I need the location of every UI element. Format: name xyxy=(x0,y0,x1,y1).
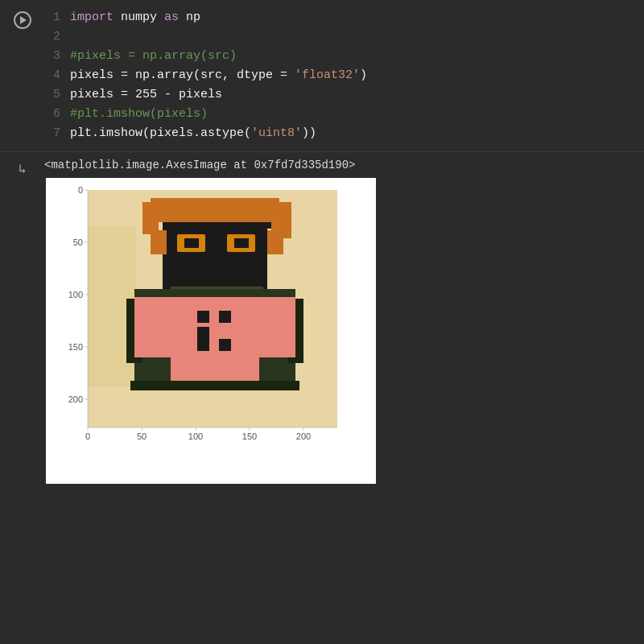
output-text: <matplotlib.image.AxesImage at 0x7fd7d33… xyxy=(44,159,636,171)
play-icon xyxy=(20,16,27,24)
output-content: <matplotlib.image.AxesImage at 0x7fd7d33… xyxy=(44,159,644,484)
code-line-1: 1 import numpy as np xyxy=(44,8,636,27)
svg-rect-9 xyxy=(267,230,283,254)
line-number: 3 xyxy=(44,47,60,66)
svg-rect-21 xyxy=(197,327,209,351)
code-line-3: 3 #pixels = np.array(src) xyxy=(44,47,636,66)
code-line-7: 7 plt.imshow(pixels.astype('uint8')) xyxy=(44,124,636,143)
svg-rect-12 xyxy=(184,238,199,248)
svg-text:200: 200 xyxy=(68,394,83,404)
svg-rect-25 xyxy=(130,381,299,390)
line-number: 6 xyxy=(44,105,60,124)
cell-row: 1 import numpy as np 2 3 #pixels = np.ar… xyxy=(0,8,644,143)
line-code: #pixels = np.array(src) xyxy=(70,47,237,66)
line-code: pixels = 255 - pixels xyxy=(70,85,222,105)
code-line-4: 4 pixels = np.array(src, dtype = 'float3… xyxy=(44,66,636,85)
plot-svg: 0 50 100 150 200 0 50 100 150 200 xyxy=(46,178,376,484)
line-code: pixels = np.array(src, dtype = 'float32'… xyxy=(70,66,367,85)
line-code xyxy=(70,27,77,47)
output-cell: ↳ <matplotlib.image.AxesImage at 0x7fd7d… xyxy=(0,152,644,490)
svg-text:0: 0 xyxy=(78,185,83,195)
svg-rect-19 xyxy=(197,311,209,323)
svg-text:150: 150 xyxy=(242,431,257,441)
output-row: ↳ <matplotlib.image.AxesImage at 0x7fd7d… xyxy=(0,159,644,484)
svg-text:50: 50 xyxy=(73,237,83,247)
svg-rect-8 xyxy=(151,230,167,254)
run-button[interactable] xyxy=(14,11,31,29)
code-line-2: 2 xyxy=(44,27,636,47)
svg-text:100: 100 xyxy=(188,431,203,441)
line-number: 1 xyxy=(44,8,60,27)
svg-rect-20 xyxy=(219,311,231,323)
svg-rect-4 xyxy=(151,198,279,222)
run-button-area xyxy=(0,8,44,29)
output-icon: ↳ xyxy=(19,161,27,177)
code-cell: 1 import numpy as np 2 3 #pixels = np.ar… xyxy=(0,0,644,152)
svg-text:0: 0 xyxy=(85,431,90,441)
svg-rect-7 xyxy=(163,222,267,291)
line-number: 2 xyxy=(44,27,60,47)
line-number: 4 xyxy=(44,66,60,85)
svg-text:200: 200 xyxy=(296,431,311,441)
svg-rect-24 xyxy=(259,297,295,357)
plot-container: 0 50 100 150 200 0 50 100 150 200 xyxy=(46,178,376,484)
code-content: 1 import numpy as np 2 3 #pixels = np.ar… xyxy=(44,8,644,143)
svg-text:100: 100 xyxy=(68,290,83,299)
svg-text:50: 50 xyxy=(137,431,147,441)
svg-rect-22 xyxy=(219,339,231,351)
line-code: #plt.imshow(pixels) xyxy=(70,105,208,124)
code-line-5: 5 pixels = 255 - pixels xyxy=(44,85,636,105)
output-icon-area: ↳ xyxy=(0,159,44,177)
svg-rect-5 xyxy=(142,202,159,234)
line-number: 7 xyxy=(44,124,60,143)
line-number: 5 xyxy=(44,85,60,105)
line-code: plt.imshow(pixels.astype('uint8')) xyxy=(70,124,316,143)
svg-rect-18 xyxy=(171,297,259,382)
code-line-6: 6 #plt.imshow(pixels) xyxy=(44,105,636,124)
svg-rect-13 xyxy=(234,238,249,248)
svg-rect-23 xyxy=(134,297,171,357)
line-code: import numpy as np xyxy=(70,8,200,27)
svg-text:150: 150 xyxy=(68,342,83,352)
